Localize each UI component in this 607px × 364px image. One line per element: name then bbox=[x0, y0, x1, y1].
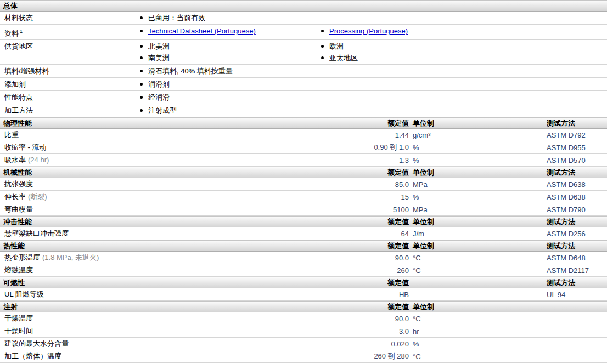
section-header-general: 总体 bbox=[0, 0, 607, 12]
property-row-water-absorption: 吸水率(24 hr) 1.3 % ASTM D570 bbox=[0, 154, 607, 167]
bullet-icon bbox=[321, 30, 324, 32]
processing-datasheet-link[interactable]: Processing (Portuguese) bbox=[329, 26, 408, 36]
property-unit: MPa bbox=[409, 206, 547, 214]
property-unit: % bbox=[409, 193, 547, 201]
section-header-flammability: 可燃性 额定值 测试方法 bbox=[0, 277, 607, 288]
property-value: 0.020 bbox=[357, 340, 409, 348]
property-label: 资料 bbox=[4, 29, 19, 37]
row-availability: 供货地区 北美洲 南美洲 欧洲 亚太地区 bbox=[0, 40, 607, 65]
section-header-injection: 注射 额定值 单位制 bbox=[0, 301, 607, 312]
property-unit: °C bbox=[409, 266, 547, 275]
col-header-test-method: 测试方法 bbox=[547, 118, 603, 128]
test-method: ASTM D638 bbox=[547, 193, 603, 201]
list-item: 南美洲 bbox=[137, 53, 318, 63]
section-title: 总体 bbox=[0, 1, 18, 11]
region-value: 北美洲 bbox=[148, 42, 170, 52]
list-item: Processing (Portuguese) bbox=[318, 26, 607, 36]
status-value: 已商用：当前有效 bbox=[148, 13, 205, 23]
col-header-rated-value: 额定值 bbox=[357, 302, 409, 312]
test-method: ASTM D638 bbox=[547, 180, 603, 189]
property-row-flexural-modulus: 弯曲模量 5100 MPa ASTM D790 bbox=[0, 203, 607, 216]
list-item: 滑石填料, 40% 填料按重量 bbox=[137, 66, 318, 76]
property-label: 建议的最大水分含量 bbox=[4, 339, 69, 348]
property-condition: (1.8 MPa, 未退火) bbox=[42, 253, 99, 261]
property-row-izod-impact: 悬壁梁缺口冲击强度 64 J/m ASTM D256 bbox=[0, 228, 607, 240]
property-unit: g/cm³ bbox=[409, 131, 547, 139]
col-header-unit: 单位制 bbox=[409, 118, 547, 128]
property-value: 5100 bbox=[357, 206, 409, 214]
col-header-unit: 单位制 bbox=[409, 168, 547, 178]
property-value: 1.3 bbox=[357, 156, 409, 164]
property-row-melt-temp: 加工（熔体）温度 260 到 280 °C bbox=[0, 350, 607, 363]
list-item: 欧洲 bbox=[318, 42, 607, 52]
region-value: 亚太地区 bbox=[329, 53, 358, 63]
test-method: UL 94 bbox=[547, 291, 603, 299]
property-label: 抗张强度 bbox=[4, 180, 33, 188]
property-unit: J/m bbox=[409, 230, 547, 238]
property-row-elongation: 伸长率(断裂) 15 % ASTM D638 bbox=[0, 191, 607, 203]
col-header-test-method: 测试方法 bbox=[547, 217, 603, 227]
property-label: 悬壁梁缺口冲击强度 bbox=[4, 229, 69, 237]
section-title: 可燃性 bbox=[0, 278, 357, 288]
row-filler: 填料/增强材料 滑石填料, 40% 填料按重量 bbox=[0, 65, 607, 78]
property-condition: (24 hr) bbox=[28, 156, 49, 164]
list-item: 注射成型 bbox=[137, 106, 318, 116]
property-label: 添加剂 bbox=[0, 79, 137, 89]
col-header-test-method: 测试方法 bbox=[547, 168, 603, 178]
test-method: ASTM D648 bbox=[547, 254, 603, 262]
list-item: Technical Datasheet (Portuguese) bbox=[137, 26, 318, 36]
test-method: ASTM D2117 bbox=[547, 266, 603, 275]
property-value: 90.0 bbox=[357, 254, 409, 262]
property-row-tensile-strength: 抗张强度 85.0 MPa ASTM D638 bbox=[0, 178, 607, 191]
property-value: 85.0 bbox=[357, 180, 409, 189]
bullet-icon bbox=[321, 56, 324, 59]
property-label: 弯曲模量 bbox=[4, 205, 33, 213]
property-label: 供货地区 bbox=[0, 42, 137, 52]
property-row-drying-temp: 干燥温度 90.0 °C bbox=[0, 312, 607, 325]
property-row-drying-time: 干燥时间 3.0 hr bbox=[0, 325, 607, 338]
test-method: ASTM D790 bbox=[547, 206, 603, 214]
region-value: 南美洲 bbox=[148, 53, 170, 63]
section-header-impact: 冲击性能 额定值 单位制 测试方法 bbox=[0, 216, 607, 228]
row-features: 性能特点 经润滑 bbox=[0, 91, 607, 104]
property-label: 熔融温度 bbox=[4, 266, 33, 274]
list-item: 润滑剂 bbox=[137, 79, 318, 89]
list-item: 亚太地区 bbox=[318, 53, 607, 63]
section-header-thermal: 热性能 额定值 单位制 测试方法 bbox=[0, 240, 607, 252]
test-method: ASTM D792 bbox=[547, 131, 603, 139]
processing-value: 注射成型 bbox=[148, 106, 177, 116]
row-material-status: 材料状态 已商用：当前有效 bbox=[0, 12, 607, 25]
property-value: 0.90 到 1.0 bbox=[357, 143, 409, 152]
property-label: UL 阻燃等级 bbox=[4, 290, 44, 298]
row-processing-method: 加工方法 注射成型 bbox=[0, 104, 607, 117]
property-value: 15 bbox=[357, 193, 409, 201]
bullet-icon bbox=[140, 56, 143, 59]
property-label: 加工（熔体）温度 bbox=[4, 352, 61, 360]
property-label: 吸水率 bbox=[4, 156, 26, 164]
bullet-icon bbox=[321, 45, 324, 48]
technical-datasheet-link[interactable]: Technical Datasheet (Portuguese) bbox=[148, 26, 256, 36]
property-unit: MPa bbox=[409, 180, 547, 189]
bullet-icon bbox=[140, 70, 143, 72]
bullet-icon bbox=[140, 83, 143, 86]
col-header-rated-value: 额定值 bbox=[357, 118, 409, 128]
property-condition: (断裂) bbox=[28, 192, 47, 201]
property-value: 90.0 bbox=[357, 315, 409, 323]
test-method: ASTM D955 bbox=[547, 144, 603, 152]
property-value: 3.0 bbox=[357, 327, 409, 335]
test-method: ASTM D256 bbox=[547, 230, 603, 238]
col-header-rated-value: 额定值 bbox=[357, 217, 409, 227]
property-row-shrinkage-flow: 收缩率 - 流动 0.90 到 1.0 % ASTM D955 bbox=[0, 141, 607, 154]
list-item: 经润滑 bbox=[137, 93, 318, 103]
bullet-icon bbox=[140, 30, 143, 32]
section-title: 注射 bbox=[0, 302, 357, 312]
section-header-physical: 物理性能 额定值 单位制 测试方法 bbox=[0, 117, 607, 129]
property-unit: % bbox=[409, 340, 547, 348]
col-header-test-method: 测试方法 bbox=[547, 278, 603, 288]
footnote-marker: 1 bbox=[20, 29, 23, 34]
col-header-rated-value: 额定值 bbox=[357, 241, 409, 251]
property-label: 干燥时间 bbox=[4, 327, 33, 335]
property-label: 热变形温度 bbox=[4, 253, 40, 261]
col-header-test-method: 测试方法 bbox=[547, 241, 603, 251]
property-value: 64 bbox=[357, 230, 409, 238]
